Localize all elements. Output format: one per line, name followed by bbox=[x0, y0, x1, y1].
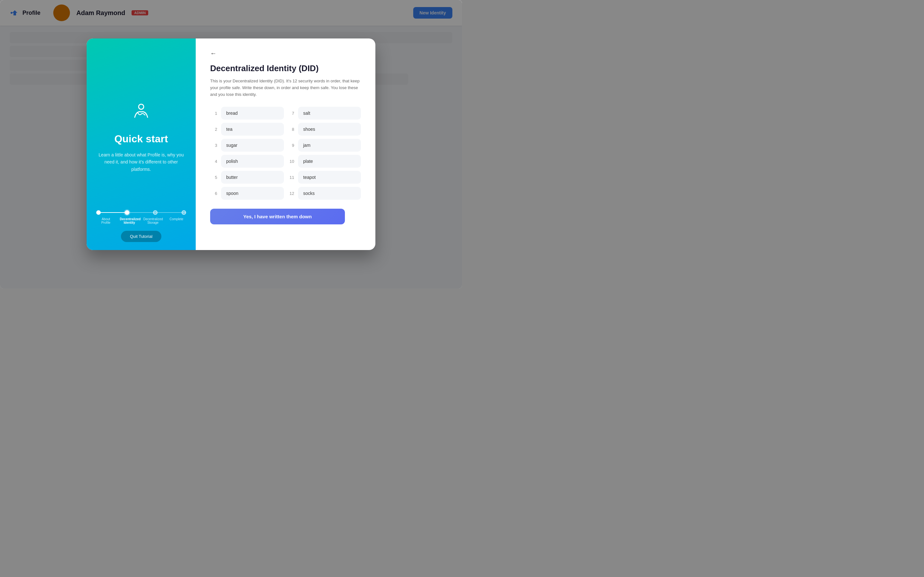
word-number: 4 bbox=[210, 159, 217, 164]
word-box: teapot bbox=[298, 171, 361, 184]
word-number: 1 bbox=[210, 111, 217, 116]
progress-dot-2 bbox=[125, 210, 129, 215]
word-number: 12 bbox=[287, 191, 294, 196]
progress-bar: AboutProfile DecentralizedIdentity Decen… bbox=[96, 210, 186, 224]
word-box: tea bbox=[221, 123, 284, 135]
progress-label-2: DecentralizedIdentity bbox=[120, 218, 139, 224]
quit-tutorial-button[interactable]: Quit Tutorial bbox=[121, 231, 162, 242]
word-row: 9jam bbox=[287, 139, 361, 152]
modal-left-title: Quick start bbox=[114, 133, 168, 145]
modal: Quick start Learn a little about what Pr… bbox=[87, 39, 375, 250]
progress-dot-3 bbox=[153, 210, 158, 215]
word-number: 11 bbox=[287, 175, 294, 180]
word-number: 10 bbox=[287, 159, 294, 164]
modal-overlay: Quick start Learn a little about what Pr… bbox=[0, 0, 462, 288]
word-row: 2tea bbox=[210, 123, 284, 135]
modal-title: Decentralized Identity (DID) bbox=[210, 63, 361, 73]
word-row: 1bread bbox=[210, 107, 284, 119]
word-row: 4polish bbox=[210, 155, 284, 168]
progress-dot-4 bbox=[182, 210, 186, 215]
word-box: jam bbox=[298, 139, 361, 152]
word-row: 11teapot bbox=[287, 171, 361, 184]
word-row: 12socks bbox=[287, 187, 361, 200]
word-number: 5 bbox=[210, 175, 217, 180]
word-number: 8 bbox=[287, 127, 294, 132]
word-box: shoes bbox=[298, 123, 361, 135]
word-box: salt bbox=[298, 107, 361, 119]
progress-label-3: DecentralizedStorage bbox=[144, 218, 163, 224]
word-box: sugar bbox=[221, 139, 284, 152]
word-row: 10plate bbox=[287, 155, 361, 168]
progress-dot-1 bbox=[96, 210, 101, 215]
word-row: 8shoes bbox=[287, 123, 361, 135]
modal-left-description: Learn a little about what Profile is, wh… bbox=[96, 151, 186, 173]
word-box: plate bbox=[298, 155, 361, 168]
word-number: 7 bbox=[287, 111, 294, 116]
word-row: 3sugar bbox=[210, 139, 284, 152]
modal-right-panel: ← Decentralized Identity (DID) This is y… bbox=[196, 39, 375, 250]
word-row: 6spoon bbox=[210, 187, 284, 200]
word-box: socks bbox=[298, 187, 361, 200]
word-number: 6 bbox=[210, 191, 217, 196]
word-number: 9 bbox=[287, 143, 294, 148]
modal-logo bbox=[128, 100, 154, 127]
progress-labels: AboutProfile DecentralizedIdentity Decen… bbox=[96, 218, 186, 224]
svg-point-1 bbox=[139, 104, 144, 109]
word-number: 2 bbox=[210, 127, 217, 132]
word-box: butter bbox=[221, 171, 284, 184]
back-button[interactable]: ← bbox=[210, 50, 216, 57]
modal-description: This is your Decentralized Identity (DID… bbox=[210, 78, 361, 98]
confirm-button[interactable]: Yes, I have written them down bbox=[210, 209, 345, 224]
word-box: spoon bbox=[221, 187, 284, 200]
word-box: bread bbox=[221, 107, 284, 119]
progress-label-4: Complete bbox=[167, 218, 186, 224]
word-number: 3 bbox=[210, 143, 217, 148]
progress-label-1: AboutProfile bbox=[96, 218, 115, 224]
modal-left-panel: Quick start Learn a little about what Pr… bbox=[87, 39, 196, 250]
word-row: 7salt bbox=[287, 107, 361, 119]
word-row: 5butter bbox=[210, 171, 284, 184]
words-grid: 1bread7salt2tea8shoes3sugar9jam4polish10… bbox=[210, 107, 361, 200]
word-box: polish bbox=[221, 155, 284, 168]
